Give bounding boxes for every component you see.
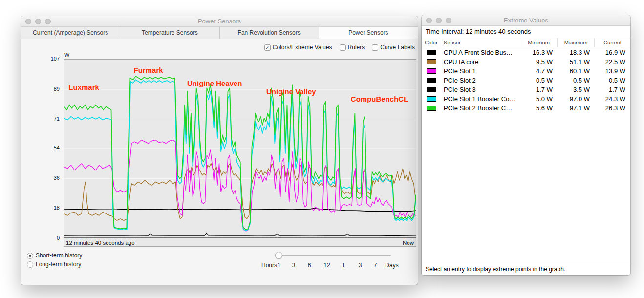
color-swatch (427, 87, 436, 92)
zoom-button[interactable] (446, 18, 451, 23)
maximum-value: 97.0 W (558, 94, 595, 104)
close-button[interactable] (25, 19, 31, 24)
y-tick-label: 71 (54, 116, 60, 122)
table-row[interactable]: PCIe Slot 2 Booster C…5.6 W97.1 W26.3 W (422, 104, 630, 113)
color-swatch (427, 50, 436, 55)
sensor-name: PCIe Slot 2 Booster C… (441, 104, 520, 113)
radio-label: Short-term history (36, 252, 82, 259)
checkbox-rulers[interactable]: Rulers (340, 44, 365, 51)
series-pcie-slot-1-booster-co[interactable] (64, 80, 416, 231)
tab-current-amperage-sensors[interactable]: Current (Amperage) Sensors (21, 27, 120, 39)
minimize-button[interactable] (436, 18, 442, 23)
maximum-value: 51.1 W (558, 57, 595, 66)
checkbox-row: ✓Colors/Extreme ValuesRulersCurve Labels (264, 44, 415, 51)
slider-label: 12 (323, 262, 330, 269)
history-slider-track[interactable] (277, 255, 391, 256)
column-header-minimum[interactable]: Minimum (520, 38, 558, 47)
y-tick-label: 0 (57, 235, 60, 241)
maximum-value: 3.5 W (558, 85, 595, 94)
power-window-titlebar[interactable]: Power Sensors (21, 16, 418, 27)
series-pcie-slot-1[interactable] (64, 140, 416, 231)
column-header-maximum[interactable]: Maximum (558, 38, 595, 47)
maximum-value: 0.5 W (558, 76, 595, 85)
slider-labels: Hours13612137Days (21, 262, 418, 270)
sensor-name: PCIe Slot 1 (441, 66, 520, 76)
history-slider-thumb[interactable] (275, 252, 282, 259)
color-swatch (427, 78, 436, 83)
window-controls (426, 18, 451, 23)
current-value: 13.9 W (595, 66, 630, 76)
checkbox-label: Curve Labels (380, 44, 415, 51)
y-axis: 10789715436180 (42, 59, 62, 238)
table-row[interactable]: CPU IA core9.5 W51.1 W22.5 W (422, 57, 630, 66)
y-tick-label: 107 (51, 56, 60, 62)
color-cell (422, 66, 441, 76)
tab-temperature-sensors[interactable]: Temperature Sensors (120, 27, 219, 39)
sensor-name: PCIe Slot 1 Booster Co… (441, 94, 520, 104)
checkbox-curve-labels[interactable]: Curve Labels (372, 44, 415, 51)
time-interval-label: Time Interval: 12 minutes 40 seconds (422, 26, 630, 38)
tab-power-sensors[interactable]: Power Sensors (319, 27, 418, 39)
extreme-window-titlebar[interactable]: Extreme Values (422, 15, 630, 26)
checkbox-box (340, 44, 346, 51)
minimize-button[interactable] (35, 19, 41, 24)
table-row[interactable]: CPU A Front Side Bus…16.3 W18.3 W16.9 W (422, 48, 630, 57)
minimum-value: 16.3 W (520, 48, 558, 57)
slider-label: 3 (359, 262, 362, 269)
radio-button (27, 253, 33, 259)
chart-plot[interactable]: LuxmarkFurmarkUnigine HeavenUnigine Vall… (64, 60, 416, 239)
close-button[interactable] (426, 18, 432, 23)
table-row[interactable]: PCIe Slot 1 Booster Co…5.0 W97.0 W24.3 W (422, 94, 630, 104)
chart-svg[interactable] (64, 60, 416, 239)
slider-label: Days (385, 262, 398, 269)
table-row[interactable]: PCIe Slot 31.7 W3.5 W1.7 W (422, 85, 630, 94)
window-title: Power Sensors (21, 16, 418, 26)
table-body: CPU A Front Side Bus…16.3 W18.3 W16.9 WC… (422, 48, 630, 263)
column-header-sensor[interactable]: Sensor (441, 38, 520, 47)
zoom-button[interactable] (45, 19, 51, 24)
y-tick-label: 89 (54, 86, 60, 92)
color-swatch (427, 96, 436, 102)
color-cell (422, 94, 441, 104)
series-pcie-slot-3[interactable] (64, 233, 416, 236)
checkbox-colors-extreme-values[interactable]: ✓Colors/Extreme Values (264, 44, 332, 51)
power-sensors-window: Power Sensors Current (Amperage) Sensors… (21, 16, 418, 285)
color-swatch (427, 59, 436, 64)
column-header-color[interactable]: Color (422, 38, 441, 47)
color-cell (422, 57, 441, 66)
slider-label: 1 (342, 262, 345, 269)
series-pcie-slot-2-booster-c[interactable] (64, 76, 416, 230)
current-value: 26.3 W (595, 104, 630, 113)
checkbox-box: ✓ (264, 44, 271, 51)
slider-label: 6 (308, 262, 311, 269)
slider-label: Hours (261, 262, 277, 269)
current-value: 24.3 W (595, 94, 630, 104)
sensor-name: CPU A Front Side Bus… (441, 48, 520, 57)
color-cell (422, 48, 441, 57)
y-tick-label: 54 (54, 145, 60, 150)
table-header: ColorSensorMinimumMaximumCurrent (422, 38, 630, 47)
slider-label: 7 (374, 262, 377, 269)
sensor-name: PCIe Slot 2 (441, 76, 520, 85)
extreme-values-window: Extreme Values Time Interval: 12 minutes… (422, 15, 630, 275)
table-row[interactable]: PCIe Slot 14.7 W60.1 W13.9 W (422, 66, 630, 76)
color-swatch (427, 68, 436, 74)
minimum-value: 9.5 W (520, 57, 558, 66)
minimum-value: 4.7 W (520, 66, 558, 76)
sensor-name: PCIe Slot 3 (441, 85, 520, 94)
current-value: 16.9 W (595, 48, 630, 57)
color-cell (422, 104, 441, 113)
maximum-value: 97.1 W (558, 104, 595, 113)
current-value: 1.7 W (595, 85, 630, 94)
x-axis-left-label: 12 minutes 40 seconds ago (66, 240, 135, 246)
column-header-current[interactable]: Current (595, 38, 630, 47)
table-row[interactable]: PCIe Slot 20.5 W0.5 W0.5 W (422, 76, 630, 85)
minimum-value: 5.6 W (520, 104, 558, 113)
tab-fan-revolution-sensors[interactable]: Fan Revolution Sensors (220, 27, 319, 39)
maximum-value: 60.1 W (558, 66, 595, 76)
y-axis-unit: W (64, 52, 69, 58)
radio-short-term-history[interactable]: Short-term history (27, 252, 82, 259)
checkbox-box (372, 44, 378, 51)
checkbox-label: Colors/Extreme Values (273, 44, 332, 51)
chart-area: LuxmarkFurmarkUnigine HeavenUnigine Vall… (64, 59, 416, 247)
